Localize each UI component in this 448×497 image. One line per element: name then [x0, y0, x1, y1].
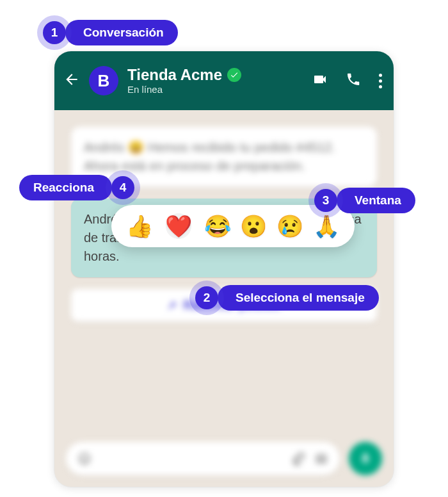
chat-header: B Tienda Acme En línea [54, 51, 394, 110]
callout-number: 2 [195, 286, 218, 309]
reaction-sad[interactable]: 😢 [276, 215, 303, 237]
svg-point-0 [79, 453, 90, 464]
message-input[interactable] [66, 442, 340, 475]
voice-call-icon[interactable] [346, 72, 361, 90]
reaction-wow[interactable]: 😮 [240, 215, 267, 237]
status-text: En línea [127, 85, 241, 95]
reaction-heart[interactable]: ❤️ [163, 213, 195, 240]
more-icon[interactable] [379, 74, 382, 88]
callout-1: 1 Conversación [37, 15, 178, 50]
reaction-thumbs-up[interactable]: 👍 [126, 215, 153, 237]
video-call-icon[interactable] [312, 72, 328, 90]
avatar-letter: B [98, 71, 110, 91]
title-block[interactable]: Tienda Acme En línea [127, 67, 241, 95]
callout-label: Selecciona el mensaje [218, 285, 379, 311]
reaction-pray[interactable]: 🙏 [313, 215, 340, 237]
verified-icon [227, 68, 241, 82]
header-actions [312, 72, 382, 90]
callout-3: 3 Ventana [308, 183, 415, 218]
svg-point-2 [86, 457, 87, 458]
emoji-icon[interactable] [77, 452, 92, 466]
callout-number: 1 [43, 21, 66, 44]
callout-label: Ventana [337, 188, 415, 213]
chat-window: B Tienda Acme En línea [54, 51, 394, 487]
svg-point-3 [319, 457, 323, 461]
contact-name: Tienda Acme [127, 67, 222, 83]
callout-label: Conversación [65, 20, 178, 45]
callout-number: 3 [314, 189, 337, 212]
callout-label: Reacciona [19, 175, 112, 200]
reaction-laugh[interactable]: 😂 [204, 215, 231, 237]
mic-button[interactable] [349, 442, 382, 475]
back-icon[interactable] [63, 71, 80, 90]
attach-icon[interactable] [291, 452, 305, 466]
message-text: Andrés 😄 Hemos recibido tu pedido #4512.… [84, 140, 335, 173]
camera-icon[interactable] [314, 452, 328, 466]
callout-number: 4 [111, 176, 134, 199]
input-bar [66, 442, 382, 475]
callout-2: 2 Selecciona el mensaje [189, 281, 379, 315]
svg-point-1 [82, 457, 83, 458]
avatar[interactable]: B [89, 66, 118, 95]
callout-4: 4 Reacciona [19, 170, 140, 205]
